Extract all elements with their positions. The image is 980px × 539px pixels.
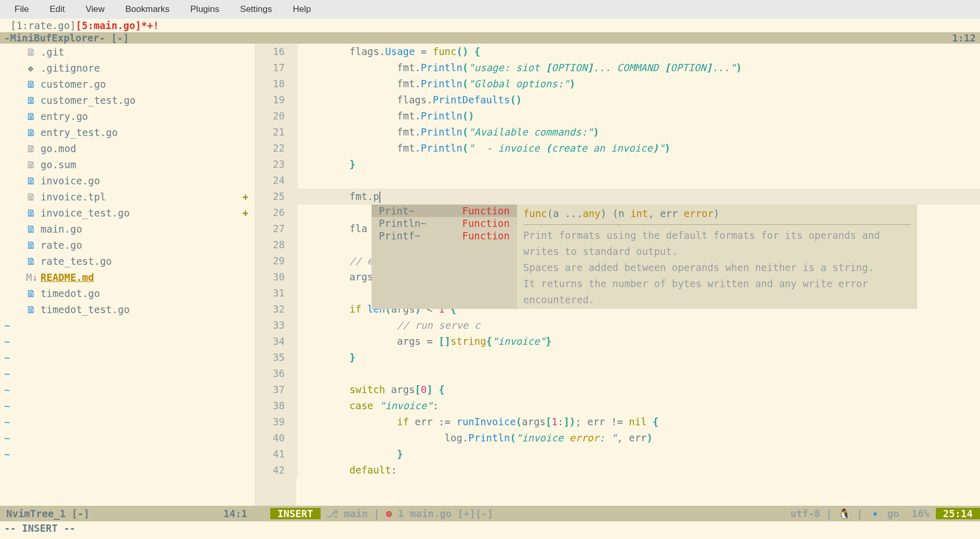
code-line[interactable]: fmt.Println(" - invoice (create an invoi… — [296, 140, 980, 156]
code-line[interactable]: flags.PrintDefaults() — [296, 92, 980, 108]
menu-settings[interactable]: Settings — [230, 4, 282, 15]
completion-item-kind: Function — [462, 230, 510, 241]
tree-item[interactable]: ❖ .gitignore — [26, 60, 255, 76]
line-number: 16 — [255, 44, 285, 60]
tree-item[interactable]: 🗎 invoice_test.go + — [26, 205, 255, 221]
buffer-tabs: [1:rate.go][5:main.go]*+! — [0, 19, 980, 32]
code-line[interactable]: switch args[0] { — [296, 382, 980, 398]
file-name: entry.go — [41, 111, 88, 122]
line-number: 23 — [255, 156, 285, 172]
tree-item[interactable]: 🗎 rate.go — [26, 237, 255, 253]
code-line[interactable]: fmt.Println("Available commands:") — [296, 124, 980, 140]
tree-item[interactable]: 🗎 customer_test.go — [26, 92, 255, 108]
completion-doc-text: Print formats using the default formats … — [523, 227, 911, 308]
code-line[interactable] — [296, 366, 980, 382]
completion-item[interactable]: Print~ Function — [372, 205, 517, 217]
file-name: go.mod — [41, 143, 76, 154]
code-line[interactable]: fmt.Println("Global options:") — [296, 76, 980, 92]
tree-item[interactable]: 🗎 rate_test.go — [26, 253, 255, 269]
line-number: 39 — [255, 414, 285, 430]
line-number: 19 — [255, 92, 285, 108]
line-number: 20 — [255, 108, 285, 124]
status-branch: ⎇ main | — [321, 508, 386, 519]
line-number: 22 — [255, 140, 285, 156]
code-line[interactable]: fmt.Println() — [296, 108, 980, 124]
file-name: main.go — [41, 223, 82, 235]
minibuf-bar: -MiniBufExplorer- [-] 1:12 — [0, 32, 980, 44]
line-number: 18 — [255, 76, 285, 92]
tree-item[interactable]: 🗎 entry.go — [26, 108, 255, 124]
text-cursor — [379, 192, 380, 203]
menu-help[interactable]: Help — [282, 4, 321, 15]
line-number: 30 — [255, 269, 285, 285]
tree-item[interactable]: 🗎 go.mod — [26, 140, 255, 156]
buffer-tab-1[interactable]: [1:rate.go] — [10, 20, 76, 31]
code-line[interactable]: log.Println("invoice error: ", err) — [296, 430, 980, 446]
menu-file[interactable]: File — [4, 4, 39, 15]
line-number: 42 — [255, 462, 285, 478]
code-line[interactable]: default: — [296, 462, 980, 478]
buffer-tab-2[interactable]: [5:main.go]*+! — [76, 20, 159, 31]
file-icon: M↓ — [26, 272, 35, 283]
line-number: 21 — [255, 124, 285, 140]
tree-item[interactable]: M↓ README.md — [26, 269, 255, 285]
line-number: 34 — [255, 333, 285, 349]
file-icon: 🗎 — [26, 46, 35, 58]
file-name: timedot_test.go — [41, 304, 130, 315]
file-name: timedot.go — [41, 288, 100, 299]
code-line[interactable]: } — [296, 349, 980, 366]
file-icon: 🗎 — [26, 78, 35, 90]
file-tree[interactable]: 🗎 .git ❖ .gitignore 🗎 customer.go 🗎 cust… — [0, 44, 255, 506]
completion-item[interactable]: Println~ Function — [372, 217, 517, 230]
file-name: entry_test.go — [41, 127, 118, 138]
code-line[interactable]: fmt.p — [296, 188, 980, 205]
line-number: 32 — [255, 301, 285, 317]
tree-item[interactable]: 🗎 main.go — [26, 221, 255, 237]
line-gutter: 1617181920212223242526272829303132333435… — [255, 44, 291, 506]
tree-item[interactable]: 🗎 invoice.tpl + — [26, 188, 255, 205]
tree-item[interactable]: 🗎 timedot_test.go — [26, 301, 255, 317]
file-name: README.md — [41, 272, 94, 283]
code-line[interactable]: } — [296, 156, 980, 172]
code-line[interactable]: } — [296, 446, 980, 462]
code-line[interactable]: fmt.Println("usage: siot [OPTION]... COM… — [296, 60, 980, 76]
file-name: customer.go — [41, 78, 106, 90]
code-line[interactable]: flags.Usage = func() { — [296, 44, 980, 60]
code-line[interactable]: case "invoice": — [296, 398, 980, 414]
completion-item[interactable]: Printf~ Function — [372, 230, 517, 242]
code-line[interactable] — [296, 172, 980, 188]
tilde-marker: ~ — [4, 368, 10, 380]
tree-item[interactable]: 🗎 .git — [26, 44, 255, 60]
file-name: invoice.go — [41, 175, 100, 186]
tree-item[interactable]: 🗎 go.sum — [26, 156, 255, 172]
tree-item[interactable]: 🗎 customer.go — [26, 76, 255, 92]
tilde-marker: ~ — [4, 320, 10, 331]
line-number: 17 — [255, 60, 285, 76]
menu-view[interactable]: View — [75, 4, 115, 15]
tree-item[interactable]: 🗎 timedot.go — [26, 285, 255, 301]
menu-plugins[interactable]: Plugins — [180, 4, 230, 15]
completion-list[interactable]: Print~ Function Println~ Function Printf… — [372, 205, 517, 309]
line-number: 38 — [255, 398, 285, 414]
menu-bookmarks[interactable]: Bookmarks — [115, 4, 180, 15]
menubar[interactable]: File Edit View Bookmarks Plugins Setting… — [0, 0, 980, 19]
file-name: invoice.tpl — [41, 191, 106, 203]
editor-pane[interactable]: 1617181920212223242526272829303132333435… — [255, 44, 980, 506]
code-area[interactable]: flags.Usage = func() { fmt.Println("usag… — [296, 44, 980, 506]
completion-doc: func(a ...any) (n int, err error) Print … — [517, 205, 917, 309]
tree-item[interactable]: 🗎 entry_test.go — [26, 124, 255, 140]
code-line[interactable]: args = []string{"invoice"} — [296, 333, 980, 349]
line-number: 33 — [255, 317, 285, 333]
file-icon: 🗎 — [26, 191, 35, 203]
code-line[interactable]: // run serve c — [296, 317, 980, 333]
status-percent: 16% — [905, 508, 935, 519]
completion-popup[interactable]: Print~ Function Println~ Function Printf… — [372, 205, 917, 309]
file-icon: 🗎 — [26, 111, 35, 122]
file-name: go.sum — [41, 159, 76, 170]
file-name: .git — [41, 46, 64, 58]
completion-item-kind: Function — [462, 205, 510, 217]
menu-edit[interactable]: Edit — [39, 4, 75, 15]
file-icon: 🗎 — [26, 207, 35, 219]
tree-item[interactable]: 🗎 invoice.go — [26, 172, 255, 188]
code-line[interactable]: if err := runInvoice(args[1:]); err != n… — [296, 414, 980, 430]
